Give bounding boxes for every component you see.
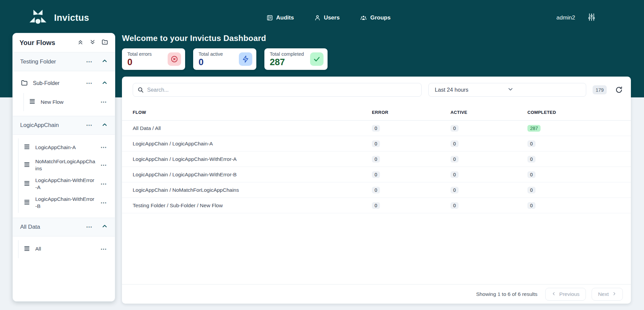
nested-flow-list: All ⋯: [18, 240, 115, 258]
sidebar-title: Your Flows: [19, 39, 77, 47]
active-count: 0: [450, 187, 459, 193]
section-body: Sub-Folder ⋯ New Flow ⋯: [13, 71, 115, 116]
nav-audits[interactable]: Audits: [266, 14, 294, 21]
active-count: 0: [450, 125, 459, 132]
completed-count: 0: [527, 156, 535, 163]
flows-panel: Last 24 hours 179 FLOW ERROR ACTIVE COMP…: [122, 77, 631, 304]
chevron-up-icon[interactable]: [102, 223, 108, 230]
section-header-testing-folder[interactable]: Testing Folder ⋯: [13, 52, 115, 71]
flow-name: LogicAppChain / LogicAppChain-WithError-…: [133, 172, 372, 178]
brand-title: Invictus: [54, 13, 89, 23]
table-row[interactable]: Testing Folder / Sub-Folder / New Flow 0…: [122, 198, 631, 213]
error-count: 0: [372, 187, 380, 193]
flow-menu-icon[interactable]: ⋯: [100, 182, 108, 186]
column-header-error: ERROR: [372, 110, 450, 115]
table-row[interactable]: LogicAppChain / LogicAppChain-WithError-…: [122, 167, 631, 182]
groups-icon: [360, 14, 367, 21]
error-count: 0: [372, 171, 380, 178]
add-folder-icon[interactable]: [101, 39, 108, 47]
table-row[interactable]: All Data / All 0 0 287: [122, 121, 631, 136]
stat-cards: Total errors 0 Total active 0 Total comp…: [122, 48, 631, 70]
previous-button[interactable]: Previous: [545, 288, 586, 301]
flow-row-logicappchain-a[interactable]: LogicAppChain-A ⋯: [18, 139, 115, 156]
flow-row-all[interactable]: All ⋯: [18, 241, 115, 258]
section-menu-icon[interactable]: ⋯: [86, 60, 93, 63]
flow-label: New Flow: [41, 99, 95, 106]
completed-check-icon: [310, 52, 324, 66]
section-header-logicappchain[interactable]: LogicAppChain ⋯: [13, 116, 115, 135]
table-row[interactable]: LogicAppChain / LogicAppChain-WithError-…: [122, 151, 631, 167]
settings-sliders-icon[interactable]: [588, 13, 595, 23]
pagination-footer: Showing 1 to 6 of 6 results Previous Nex…: [122, 284, 631, 304]
sidebar-section-testing-folder: Testing Folder ⋯ Sub-Folder ⋯: [13, 52, 115, 116]
error-count: 0: [372, 140, 380, 147]
table-row[interactable]: LogicAppChain / NoMatchForLogicAppChains…: [122, 182, 631, 198]
sidebar-header: Your Flows: [13, 33, 115, 52]
next-button[interactable]: Next: [592, 288, 623, 301]
chevron-up-icon[interactable]: [102, 58, 108, 65]
folder-label: Sub-Folder: [33, 80, 81, 86]
table-row[interactable]: LogicAppChain / LogicAppChain-A 0 0 0: [122, 136, 631, 151]
folder-menu-icon[interactable]: ⋯: [86, 82, 93, 85]
chevron-up-icon[interactable]: [102, 122, 108, 129]
invictus-logo-icon: [29, 9, 47, 26]
flow-row-nomatchforlogicappchains[interactable]: NoMatchForLogicAppChains ⋯: [18, 156, 115, 175]
section-menu-icon[interactable]: ⋯: [86, 124, 93, 127]
nested-flow-list: LogicAppChain-A ⋯ NoMatchForLogicAppChai…: [18, 138, 115, 213]
nav-groups[interactable]: Groups: [360, 14, 390, 21]
flow-row-logicappchain-witherror-a[interactable]: LogicAppChain-WithError-A ⋯: [18, 175, 115, 193]
flow-menu-icon[interactable]: ⋯: [100, 248, 108, 251]
previous-label: Previous: [559, 291, 579, 297]
folder-row-sub-folder[interactable]: Sub-Folder ⋯: [13, 74, 115, 92]
flow-icon: [24, 143, 30, 151]
flow-name: All Data / All: [133, 125, 372, 131]
nav-audits-label: Audits: [276, 14, 294, 21]
section-body: All ⋯: [13, 236, 115, 263]
stat-value: 0: [199, 58, 223, 67]
expand-all-icon[interactable]: [89, 39, 96, 47]
flow-menu-icon[interactable]: ⋯: [100, 100, 108, 104]
section-header-all-data[interactable]: All Data ⋯: [13, 218, 115, 236]
section-label: LogicAppChain: [20, 122, 86, 129]
completed-count: 0: [527, 202, 535, 209]
audits-icon: [266, 14, 273, 21]
error-count: 0: [372, 125, 380, 132]
flow-name: LogicAppChain / LogicAppChain-A: [133, 141, 372, 147]
flow-icon: [24, 180, 30, 188]
refresh-icon[interactable]: [615, 86, 623, 94]
result-count-badge: 179: [593, 85, 607, 94]
current-user[interactable]: admin2: [556, 14, 575, 21]
search-input[interactable]: [133, 83, 422, 97]
time-range-select[interactable]: Last 24 hours: [428, 83, 586, 97]
flow-label: LogicAppChain-WithError-B: [35, 196, 95, 210]
flow-label: LogicAppChain-WithError-A: [35, 177, 95, 191]
flow-label: NoMatchForLogicAppChains: [35, 158, 95, 172]
active-bolt-icon: [239, 52, 252, 66]
section-body: LogicAppChain-A ⋯ NoMatchForLogicAppChai…: [13, 135, 115, 218]
flow-menu-icon[interactable]: ⋯: [100, 201, 108, 205]
chevron-up-icon[interactable]: [102, 80, 108, 87]
flow-icon: [24, 161, 30, 169]
active-count: 0: [450, 156, 459, 163]
flow-menu-icon[interactable]: ⋯: [100, 164, 108, 167]
nav-users[interactable]: Users: [314, 14, 340, 21]
folder-icon: [21, 79, 28, 88]
flow-row-logicappchain-witherror-b[interactable]: LogicAppChain-WithError-B ⋯: [18, 193, 115, 212]
flow-menu-icon[interactable]: ⋯: [100, 146, 108, 149]
next-label: Next: [598, 291, 609, 297]
column-header-active: ACTIVE: [450, 110, 527, 115]
flow-row-new-flow[interactable]: New Flow ⋯: [24, 94, 115, 110]
collapse-all-icon[interactable]: [77, 39, 84, 47]
page-title: Welcome to your Invictus Dashboard: [122, 34, 631, 43]
sidebar-tools: [77, 39, 108, 47]
completed-count: 0: [527, 187, 535, 193]
section-menu-icon[interactable]: ⋯: [86, 225, 93, 229]
completed-count: 0: [527, 171, 535, 178]
stat-card-total-active: Total active 0: [193, 48, 256, 70]
stat-value: 0: [127, 58, 152, 67]
nav-groups-label: Groups: [370, 14, 390, 21]
error-circle-x-icon: [168, 52, 181, 66]
completed-count: 0: [527, 140, 535, 147]
main-content: Welcome to your Invictus Dashboard Total…: [122, 34, 631, 304]
column-header-flow: FLOW: [133, 110, 372, 115]
